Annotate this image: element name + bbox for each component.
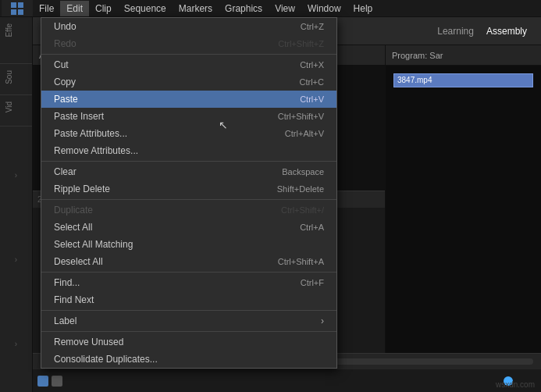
- menu-sep-4: [41, 272, 336, 273]
- menu-remove-unused-label: Remove Unused: [54, 337, 123, 347]
- menu-ripple-delete[interactable]: Ripple Delete Shift+Delete: [41, 180, 336, 198]
- menu-paste-insert-shortcut: Ctrl+Shift+V: [278, 112, 324, 121]
- menu-duplicate-label: Duplicate: [54, 205, 93, 216]
- menu-deselect-all[interactable]: Deselect All Ctrl+Shift+A: [41, 253, 336, 270]
- menu-paste-insert[interactable]: Paste Insert Ctrl+Shift+V: [41, 108, 336, 125]
- menu-redo[interactable]: Redo Ctrl+Shift+Z: [41, 35, 336, 52]
- menu-clear-label: Clear: [54, 166, 77, 177]
- menubar: File Edit Clip Sequence Markers Graphics…: [0, 0, 541, 17]
- menu-sep-2: [41, 161, 336, 162]
- sidebar-chevron-2[interactable]: ›: [0, 255, 32, 264]
- sidebar-chevron-3[interactable]: ›: [0, 340, 32, 348]
- menu-paste-attributes-label: Paste Attributes...: [54, 128, 127, 139]
- menu-item-edit[interactable]: Edit: [60, 1, 89, 16]
- svg-rect-1: [18, 2, 23, 8]
- menu-item-clip[interactable]: Clip: [89, 1, 118, 16]
- menu-paste-insert-label: Paste Insert: [54, 111, 104, 122]
- menu-cut-shortcut: Ctrl+X: [300, 60, 324, 69]
- menu-item-markers[interactable]: Markers: [173, 1, 219, 16]
- app-layout: File Edit Clip Sequence Markers Graphics…: [0, 0, 541, 392]
- menu-deselect-all-label: Deselect All: [54, 256, 103, 267]
- menu-consolidate-duplicates[interactable]: Consolidate Duplicates...: [41, 351, 336, 368]
- menu-ripple-delete-label: Ripple Delete: [54, 184, 110, 194]
- menu-clear[interactable]: Clear Backspace: [41, 163, 336, 180]
- menu-select-all-shortcut: Ctrl+A: [300, 223, 324, 232]
- menu-select-all[interactable]: Select All Ctrl+A: [41, 219, 336, 236]
- menu-remove-attributes[interactable]: Remove Attributes...: [41, 142, 336, 159]
- menu-undo-label: Undo: [54, 21, 77, 32]
- menu-find-next[interactable]: Find Next: [41, 291, 336, 308]
- app-logo: [2, 0, 33, 16]
- menu-select-all-matching-label: Select All Matching: [54, 239, 133, 250]
- sidebar-label-vid: Vid: [0, 98, 18, 116]
- watermark: wsxdn.com: [496, 380, 535, 389]
- menu-remove-unused[interactable]: Remove Unused: [41, 333, 336, 351]
- program-monitor-label: Program: Sar: [392, 51, 443, 60]
- menu-undo-shortcut: Ctrl+Z: [301, 22, 324, 31]
- menu-paste-shortcut: Ctrl+V: [300, 94, 324, 104]
- menu-item-window[interactable]: Window: [301, 1, 347, 16]
- menu-item-help[interactable]: Help: [347, 1, 379, 16]
- menu-duplicate[interactable]: Duplicate Ctrl+Shift+/: [41, 201, 336, 219]
- menu-item-graphics[interactable]: Graphics: [219, 1, 269, 16]
- svg-rect-2: [11, 9, 16, 15]
- menu-item-view[interactable]: View: [269, 1, 301, 16]
- menu-select-all-label: Select All: [54, 222, 92, 233]
- menu-paste-attributes-shortcut: Ctrl+Alt+V: [285, 129, 324, 138]
- svg-rect-0: [11, 2, 16, 8]
- menu-sep-6: [41, 331, 336, 332]
- menu-find[interactable]: Find... Ctrl+F: [41, 274, 336, 291]
- svg-rect-3: [18, 9, 23, 15]
- menu-deselect-all-shortcut: Ctrl+Shift+A: [278, 257, 324, 266]
- program-monitor-content: 3847.mp4: [386, 66, 541, 375]
- tab-assembly[interactable]: Assembly: [480, 21, 533, 41]
- menu-consolidate-duplicates-label: Consolidate Duplicates...: [54, 354, 158, 365]
- menu-copy[interactable]: Copy Ctrl+C: [41, 73, 336, 91]
- menu-item-sequence[interactable]: Sequence: [118, 1, 173, 16]
- menu-cut-label: Cut: [54, 59, 69, 70]
- menu-sep-5: [41, 310, 336, 311]
- clip-name-display: 3847.mp4: [397, 76, 432, 84]
- menu-paste[interactable]: Paste Ctrl+V: [41, 91, 336, 108]
- tab-learning[interactable]: Learning: [431, 21, 480, 41]
- menu-find-shortcut: Ctrl+F: [301, 278, 324, 287]
- menu-paste-attributes[interactable]: Paste Attributes... Ctrl+Alt+V: [41, 125, 336, 142]
- sidebar-section-sou: Sou: [0, 64, 32, 95]
- program-monitor: Program: Sar 3847.mp4 00:00:04: [385, 45, 541, 392]
- sidebar-label-effe: Effe: [0, 20, 18, 41]
- menu-find-label: Find...: [54, 277, 80, 288]
- sidebar-label-sou: Sou: [0, 67, 18, 87]
- menu-undo[interactable]: Undo Ctrl+Z: [41, 18, 336, 35]
- menu-label[interactable]: Label ›: [41, 312, 336, 330]
- menu-duplicate-shortcut: Ctrl+Shift+/: [281, 205, 324, 215]
- menu-redo-shortcut: Ctrl+Shift+Z: [278, 39, 324, 48]
- menu-sep-3: [41, 199, 336, 200]
- menu-copy-shortcut: Ctrl+C: [300, 77, 324, 87]
- menu-sep-1: [41, 54, 336, 55]
- menu-redo-label: Redo: [54, 38, 77, 49]
- menu-copy-label: Copy: [54, 77, 76, 87]
- left-sidebar: Effe Sou Vid › › ›: [0, 17, 33, 392]
- menu-remove-attributes-label: Remove Attributes...: [54, 145, 138, 156]
- sidebar-chevron-1[interactable]: ›: [0, 171, 32, 180]
- menu-cut[interactable]: Cut Ctrl+X: [41, 56, 336, 73]
- menu-ripple-delete-shortcut: Shift+Delete: [277, 184, 324, 194]
- timeline-control-2[interactable]: [52, 376, 62, 387]
- timeline-control-1[interactable]: [37, 376, 48, 387]
- menu-select-all-matching[interactable]: Select All Matching: [41, 236, 336, 253]
- menu-paste-label: Paste: [54, 94, 78, 105]
- menu-label-arrow: ›: [321, 315, 324, 326]
- menu-find-next-label: Find Next: [54, 294, 94, 305]
- menu-label-label: Label: [54, 315, 77, 326]
- sidebar-section-effe: Effe: [0, 17, 32, 64]
- edit-dropdown-menu: Undo Ctrl+Z Redo Ctrl+Shift+Z Cut Ctrl+X…: [41, 17, 337, 369]
- menu-clear-shortcut: Backspace: [282, 167, 324, 176]
- sidebar-section-vid: Vid: [0, 95, 32, 127]
- menu-item-file[interactable]: File: [33, 1, 60, 16]
